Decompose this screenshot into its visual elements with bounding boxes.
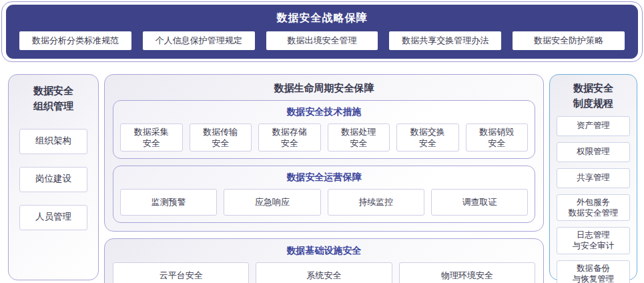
institutional-rules-title: 数据安全 制度规程	[557, 80, 630, 111]
node-permission-management: 权限管理	[557, 142, 630, 162]
node-physical-environment-security: 物理环境安全	[399, 262, 535, 283]
organization-management-items: 组织架构 岗位建设 人员管理	[19, 129, 87, 230]
strategy-item-cross-border-security: 数据出境安全管理	[266, 31, 378, 50]
technical-measures-row: 数据采集 安全 数据传输 安全 数据存储 安全 数据处理 安全 数据交换 安全 …	[120, 123, 528, 152]
strategy-item-classification-standard: 数据分析分类标准规范	[19, 31, 131, 50]
strategy-item-protection-policy: 数据安全防护策略	[513, 31, 625, 50]
node-monitoring-warning: 监测预警	[120, 189, 217, 216]
center-column: 数据生命周期安全保障 数据安全技术措施 数据采集 安全 数据传输 安全 数据存储…	[104, 74, 544, 280]
node-data-destruction-security: 数据销毁 安全	[466, 123, 529, 152]
node-system-security: 系统安全	[256, 262, 392, 283]
strategy-item-row: 数据分析分类标准规范 个人信息保护管理规定 数据出境安全管理 数据共享交换管理办…	[19, 31, 625, 50]
strategy-banner-frame: 数据安全战略保障 数据分析分类标准规范 个人信息保护管理规定 数据出境安全管理 …	[1, 1, 643, 62]
framework-body: 数据安全 组织管理 组织架构 岗位建设 人员管理 数据生命周期安全保障 数据安全…	[8, 74, 637, 280]
operations-assurance-panel: 数据安全运营保障 监测预警 应急响应 持续监控 调查取证	[113, 166, 535, 223]
institutional-rules-items: 资产管理 权限管理 共享管理 外包服务 数据安全管理 日志管理 与安全审计 数据…	[557, 116, 630, 283]
node-data-collection-security: 数据采集 安全	[120, 123, 183, 152]
node-emergency-response: 应急响应	[224, 189, 320, 216]
node-cloud-platform-security: 云平台安全	[113, 262, 249, 283]
node-data-transmission-security: 数据传输 安全	[190, 123, 252, 152]
node-org-structure: 组织架构	[19, 129, 87, 154]
infrastructure-security-row: 云平台安全 系统安全 物理环境安全	[113, 262, 535, 283]
technical-measures-title: 数据安全技术措施	[120, 106, 528, 118]
organization-management-panel: 数据安全 组织管理 组织架构 岗位建设 人员管理	[8, 74, 99, 280]
node-post-construction: 岗位建设	[19, 167, 87, 192]
strategy-banner: 数据安全战略保障 数据分析分类标准规范 个人信息保护管理规定 数据出境安全管理 …	[6, 5, 638, 59]
node-continuous-monitoring: 持续监控	[328, 189, 424, 216]
institutional-rules-panel: 数据安全 制度规程 资产管理 权限管理 共享管理 外包服务 数据安全管理 日志管…	[549, 74, 637, 280]
node-data-exchange-security: 数据交换 安全	[396, 123, 459, 152]
lifecycle-security-panel: 数据生命周期安全保障 数据安全技术措施 数据采集 安全 数据传输 安全 数据存储…	[104, 74, 544, 232]
technical-measures-panel: 数据安全技术措施 数据采集 安全 数据传输 安全 数据存储 安全 数据处理 安全…	[113, 100, 535, 159]
strategy-item-sharing-exchange: 数据共享交换管理办法	[389, 31, 501, 50]
node-asset-management: 资产管理	[557, 116, 630, 136]
organization-management-title: 数据安全 组织管理	[19, 83, 87, 114]
operations-assurance-row: 监测预警 应急响应 持续监控 调查取证	[120, 189, 528, 216]
infrastructure-security-title: 数据基础设施安全	[113, 245, 535, 257]
operations-assurance-title: 数据安全运营保障	[120, 172, 528, 184]
node-personnel-management: 人员管理	[19, 205, 87, 230]
node-backup-recovery-management: 数据备份 与恢复管理	[557, 260, 630, 283]
node-sharing-management: 共享管理	[557, 168, 630, 188]
node-outsourcing-data-security: 外包服务 数据安全管理	[557, 194, 630, 222]
strategy-item-personal-info-protection: 个人信息保护管理规定	[143, 31, 255, 50]
node-data-processing-security: 数据处理 安全	[328, 123, 390, 152]
node-investigation-forensics: 调查取证	[431, 189, 528, 216]
lifecycle-security-title: 数据生命周期安全保障	[113, 80, 535, 95]
infrastructure-security-panel: 数据基础设施安全 云平台安全 系统安全 物理环境安全	[104, 238, 544, 283]
node-data-storage-security: 数据存储 安全	[258, 123, 321, 152]
strategy-title: 数据安全战略保障	[19, 11, 625, 25]
node-log-management-audit: 日志管理 与安全审计	[557, 227, 630, 254]
